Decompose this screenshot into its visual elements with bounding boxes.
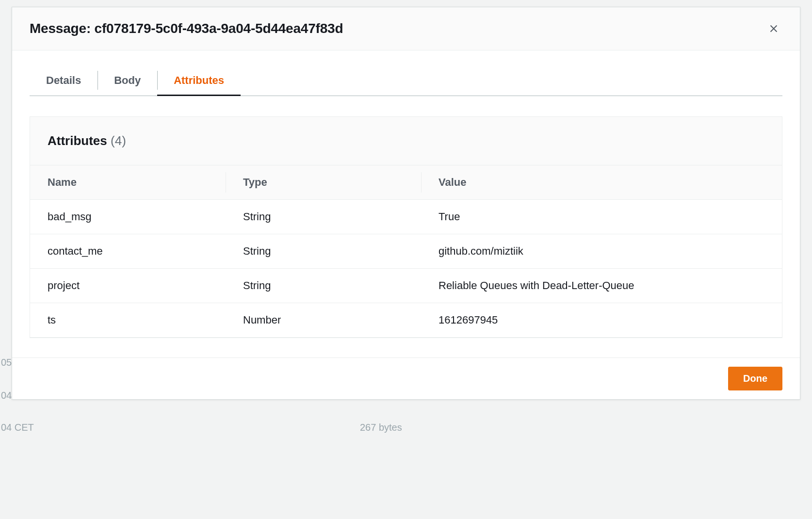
col-value[interactable]: Value xyxy=(421,165,782,200)
done-button[interactable]: Done xyxy=(728,367,782,390)
message-details-modal: Message: cf078179-5c0f-493a-9a04-5d44ea4… xyxy=(12,7,800,400)
cell-value: True xyxy=(421,200,782,234)
tab-attributes[interactable]: Attributes xyxy=(157,65,241,96)
bg-row-fragment: 267 bytes xyxy=(360,422,402,433)
col-name[interactable]: Name xyxy=(30,165,226,200)
panel-title-text: Attributes xyxy=(48,133,107,148)
bg-row-fragment: 04 CET xyxy=(1,422,34,433)
bg-row-fragment: 04 xyxy=(1,390,12,401)
tab-details[interactable]: Details xyxy=(30,65,97,96)
modal-header: Message: cf078179-5c0f-493a-9a04-5d44ea4… xyxy=(12,7,800,50)
table-row: ts Number 1612697945 xyxy=(30,303,782,338)
cell-type: String xyxy=(226,269,421,303)
table-header-row: Name Type Value xyxy=(30,165,782,200)
cell-type: String xyxy=(226,200,421,234)
cell-name: ts xyxy=(30,303,226,338)
modal-title: Message: cf078179-5c0f-493a-9a04-5d44ea4… xyxy=(30,21,343,36)
close-button[interactable] xyxy=(765,20,782,37)
panel-count: (4) xyxy=(111,133,126,148)
panel-title: Attributes (4) xyxy=(48,133,764,148)
attributes-table: Name Type Value bad_msg String True cont… xyxy=(30,165,782,338)
tabs: Details Body Attributes xyxy=(30,65,782,96)
col-type[interactable]: Type xyxy=(226,165,421,200)
table-row: contact_me String github.com/miztiik xyxy=(30,234,782,269)
panel-header: Attributes (4) xyxy=(30,117,782,165)
cell-type: String xyxy=(226,234,421,269)
cell-name: project xyxy=(30,269,226,303)
cell-type: Number xyxy=(226,303,421,338)
table-row: project String Reliable Queues with Dead… xyxy=(30,269,782,303)
cell-value: github.com/miztiik xyxy=(421,234,782,269)
tab-body[interactable]: Body xyxy=(97,65,157,96)
bg-row-fragment: 05 xyxy=(1,357,12,368)
modal-body: Details Body Attributes Attributes (4) N… xyxy=(12,50,800,357)
close-icon xyxy=(768,23,779,34)
cell-name: contact_me xyxy=(30,234,226,269)
attributes-panel: Attributes (4) Name Type Value bad_msg S… xyxy=(30,116,782,338)
modal-footer: Done xyxy=(12,357,800,399)
tab-label: Details xyxy=(46,74,81,87)
cell-value: 1612697945 xyxy=(421,303,782,338)
table-row: bad_msg String True xyxy=(30,200,782,234)
cell-name: bad_msg xyxy=(30,200,226,234)
cell-value: Reliable Queues with Dead-Letter-Queue xyxy=(421,269,782,303)
tab-label: Body xyxy=(114,74,141,87)
tab-label: Attributes xyxy=(174,74,224,87)
